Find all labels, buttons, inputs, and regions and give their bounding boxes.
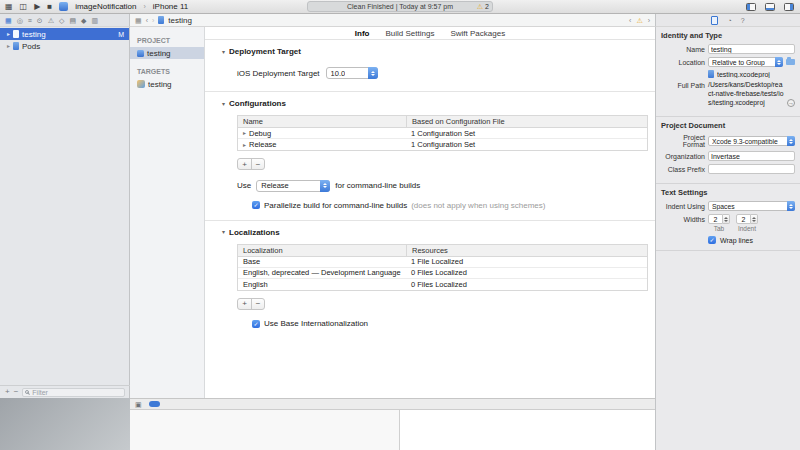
navigator-item-testing[interactable]: ▸ testing M [0, 28, 129, 40]
organization-field[interactable]: Invertase [708, 151, 795, 161]
remove-button[interactable]: − [14, 388, 19, 396]
remove-localization-button[interactable]: − [251, 299, 264, 309]
disclosure-icon[interactable]: ▸ [243, 142, 246, 148]
issue-summary[interactable]: ⚠ 2 [477, 2, 489, 11]
remove-configuration-button[interactable]: − [251, 159, 264, 169]
dropdown-value: 10.0 [331, 69, 346, 78]
warning-icon[interactable]: ⚠ [636, 17, 642, 24]
project-navigator: ▸ testing M ▸ Pods + − Filter [0, 27, 130, 398]
stop-button[interactable]: ■ [47, 3, 52, 11]
project-navigator-icon[interactable]: ▦ [5, 17, 12, 24]
column-localization[interactable]: Localization [238, 245, 406, 256]
disclosure-open-icon[interactable]: ▾ [222, 229, 225, 235]
project-file-icon [13, 30, 19, 38]
table-row[interactable]: English, deprecated — Development Langua… [238, 268, 647, 279]
debug-navigator-icon[interactable]: ▤ [69, 17, 76, 24]
warning-icon: ⚠ [477, 3, 483, 10]
column-resources[interactable]: Resources [406, 245, 647, 256]
table-row[interactable]: ▸ Release 1 Configuration Set [238, 139, 647, 150]
indent-width-stepper[interactable]: 2 [736, 214, 758, 224]
column-name[interactable]: Name [238, 116, 406, 127]
parallelize-note: (does not apply when using schemes) [411, 201, 545, 210]
table-row[interactable]: Base 1 File Localized [238, 257, 647, 268]
section-header[interactable]: ▾ Configurations [222, 99, 648, 108]
hide-debug-area-icon[interactable]: ▣ [135, 401, 142, 408]
target-item-label: testing [148, 80, 172, 89]
localization-resources: 1 File Localized [406, 257, 647, 267]
activity-viewer[interactable]: Clean Finished | Today at 9:57 pm ⚠ 2 [307, 1, 493, 12]
related-items-icon[interactable]: ▦ [135, 17, 142, 24]
run-button[interactable]: ▶ [34, 3, 40, 11]
console-view[interactable] [400, 410, 655, 450]
forward-icon[interactable]: › [152, 17, 154, 24]
project-format-dropdown[interactable]: Xcode 9.3-compatible [708, 136, 795, 146]
add-button[interactable]: + [5, 388, 10, 396]
table-row[interactable]: ▸ Debug 1 Configuration Set [238, 128, 647, 139]
deployment-target-dropdown[interactable]: 10.0 [326, 67, 378, 79]
tab-sublabel: Tab [708, 225, 730, 232]
navigator-item-pods[interactable]: ▸ Pods [0, 40, 129, 52]
section-header[interactable]: ▾ Deployment Target [222, 47, 648, 56]
toggle-debug-area-icon[interactable] [765, 3, 775, 11]
project-file-icon [13, 42, 19, 50]
breakpoint-navigator-icon[interactable]: ◆ [81, 17, 86, 24]
full-path-row: Full Path /Users/kans/Desktop/react-nati… [661, 81, 795, 107]
back-icon[interactable]: ‹ [146, 17, 148, 24]
column-based-on[interactable]: Based on Configuration File [406, 116, 647, 127]
next-issue-icon[interactable]: › [648, 17, 650, 24]
file-reference[interactable]: testing.xcodeproj [708, 70, 795, 78]
disclosure-open-icon[interactable]: ▾ [222, 49, 225, 55]
location-dropdown[interactable]: Relative to Group [708, 57, 783, 67]
file-inspector-icon[interactable] [711, 16, 718, 25]
test-navigator-icon[interactable]: ◇ [59, 17, 64, 24]
variables-view[interactable] [130, 410, 400, 450]
toggle-inspector-icon[interactable] [784, 3, 794, 11]
choose-folder-icon[interactable] [786, 59, 795, 65]
stepper-arrows-icon[interactable] [751, 214, 758, 224]
library-icon[interactable]: ▦ [5, 3, 13, 11]
target-item-testing[interactable]: testing [130, 78, 204, 90]
tab-build-settings[interactable]: Build Settings [386, 29, 435, 38]
add-configuration-button[interactable]: + [238, 159, 251, 169]
device-selector[interactable]: iPhone 11 [153, 2, 188, 11]
wrap-lines-checkbox[interactable]: ✓ [708, 236, 716, 244]
localization-resources: 0 Files Localized [406, 279, 647, 290]
breadcrumb[interactable]: testing [168, 16, 192, 25]
previous-issue-icon[interactable]: ‹ [629, 17, 631, 24]
report-navigator-icon[interactable]: ▥ [91, 17, 98, 24]
filter-input[interactable]: Filter [22, 388, 125, 397]
name-field[interactable]: testing [708, 44, 795, 54]
table-row[interactable]: English 0 Files Localized [238, 279, 647, 290]
disclosure-icon[interactable]: ▸ [7, 31, 10, 37]
command-line-config-dropdown[interactable]: Release [256, 180, 330, 192]
parallelize-checkbox[interactable]: ✓ [252, 201, 260, 209]
issue-navigator-icon[interactable]: ⚠ [48, 17, 54, 24]
section-title: Text Settings [661, 188, 795, 197]
tab-overview-icon[interactable]: ◫ [20, 3, 28, 11]
toggle-navigator-icon[interactable] [746, 3, 756, 11]
tab-info[interactable]: Info [355, 29, 370, 38]
base-internationalization-checkbox[interactable]: ✓ [252, 320, 260, 328]
class-prefix-field[interactable] [708, 164, 795, 174]
breakpoints-toggle[interactable] [149, 401, 160, 407]
project-file-icon [708, 70, 714, 78]
stepper-arrows-icon[interactable] [723, 214, 730, 224]
disclosure-icon[interactable]: ▸ [243, 130, 246, 136]
use-label: Use [237, 181, 251, 190]
tab-width-stepper[interactable]: 2 [708, 214, 730, 224]
quick-help-inspector-icon[interactable]: ? [741, 17, 745, 24]
disclosure-icon[interactable]: ▸ [7, 43, 10, 49]
scheme-selector[interactable]: imageNotification [75, 2, 136, 11]
add-localization-button[interactable]: + [238, 299, 251, 309]
disclosure-open-icon[interactable]: ▾ [222, 101, 225, 107]
source-control-navigator-icon[interactable]: ◎ [17, 17, 23, 24]
indent-using-dropdown[interactable]: Spaces [708, 201, 795, 211]
symbol-navigator-icon[interactable]: ≡ [28, 17, 32, 24]
tab-swift-packages[interactable]: Swift Packages [450, 29, 505, 38]
name-label: Name [661, 46, 705, 53]
find-navigator-icon[interactable]: ⊙ [37, 17, 43, 24]
history-inspector-icon[interactable]: ◔ [727, 17, 731, 24]
reveal-in-finder-icon[interactable]: → [787, 99, 795, 107]
section-header[interactable]: ▾ Localizations [222, 228, 648, 237]
project-item-testing[interactable]: testing [130, 47, 204, 59]
